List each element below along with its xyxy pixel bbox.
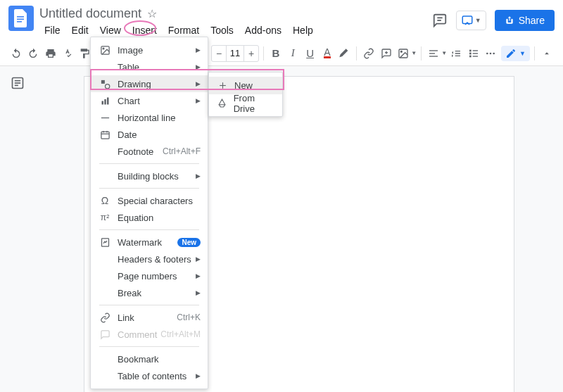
drawing-icon: [98, 79, 112, 89]
checklist-icon[interactable]: [465, 44, 481, 63]
menu-addons[interactable]: Add-ons: [240, 23, 286, 38]
chart-icon: [98, 96, 112, 106]
share-label: Share: [519, 15, 545, 26]
menu-help[interactable]: Help: [288, 23, 318, 38]
drawing-submenu: New From Drive: [208, 72, 283, 117]
print-icon[interactable]: [43, 44, 58, 63]
menu-view[interactable]: View: [95, 23, 126, 38]
insert-table-of-contents[interactable]: Table of contents ▶: [91, 367, 208, 384]
underline-icon[interactable]: U: [302, 44, 317, 63]
insert-equation[interactable]: π² Equation: [91, 209, 208, 226]
insert-footnote[interactable]: Footnote Ctrl+Alt+F: [91, 143, 208, 160]
highlight-color-icon[interactable]: [336, 44, 352, 63]
insert-link[interactable]: Link Ctrl+K: [91, 309, 208, 326]
insert-date[interactable]: Date: [91, 126, 208, 143]
font-size-value[interactable]: 11: [226, 46, 244, 61]
insert-comment-label: Comment: [118, 329, 160, 340]
star-icon[interactable]: ☆: [147, 7, 157, 20]
svg-rect-2: [17, 21, 22, 23]
submenu-arrow-icon: ▶: [196, 255, 201, 263]
insert-bookmark[interactable]: Bookmark: [91, 350, 208, 367]
insert-link-icon[interactable]: [361, 44, 377, 63]
insert-watermark[interactable]: Watermark New: [91, 234, 208, 251]
menu-separator: [99, 163, 199, 164]
app-header: Untitled document ☆ File Edit View Inser…: [0, 0, 563, 38]
insert-date-label: Date: [118, 129, 201, 140]
menu-tools[interactable]: Tools: [205, 23, 239, 38]
new-badge: New: [177, 238, 201, 247]
svg-rect-31: [104, 99, 106, 105]
drawing-new[interactable]: New: [209, 77, 282, 94]
insert-break[interactable]: Break ▶: [91, 284, 208, 301]
toolbar-separator: [356, 46, 357, 61]
toolbar-separator: [263, 46, 264, 61]
equation-icon: π²: [98, 213, 112, 222]
submenu-arrow-icon: ▶: [196, 80, 201, 87]
bold-icon[interactable]: B: [268, 44, 284, 63]
line-spacing-icon[interactable]: [448, 44, 464, 63]
drawing-from-drive[interactable]: From Drive: [209, 94, 282, 112]
insert-menu-dropdown: Image ▶ Table ▶ Drawing ▶ Chart ▶ Horizo…: [90, 37, 208, 389]
insert-special-characters[interactable]: Ω Special characters: [91, 192, 208, 209]
svg-rect-32: [107, 97, 109, 104]
insert-table[interactable]: Table ▶: [91, 58, 208, 75]
insert-headers-footers[interactable]: Headers & footers ▶: [91, 251, 208, 267]
document-outline-icon[interactable]: [11, 76, 25, 392]
svg-rect-13: [469, 49, 472, 51]
svg-point-29: [105, 84, 109, 88]
drawing-new-label: New: [234, 80, 253, 91]
svg-point-21: [493, 52, 495, 54]
insert-horizontal-line[interactable]: Horizontal line: [91, 109, 208, 126]
docs-logo[interactable]: [8, 6, 34, 31]
svg-rect-1: [17, 19, 24, 20]
date-icon: [98, 129, 112, 140]
svg-rect-12: [429, 56, 438, 56]
text-color-icon[interactable]: A: [320, 44, 335, 63]
insert-break-label: Break: [118, 288, 196, 298]
spellcheck-icon[interactable]: [60, 44, 75, 63]
insert-bookmark-label: Bookmark: [118, 354, 201, 365]
italic-icon[interactable]: I: [285, 44, 301, 63]
submenu-arrow-icon: ▶: [196, 46, 201, 53]
image-dropdown-arrow-icon[interactable]: ▼: [411, 50, 417, 56]
insert-drawing[interactable]: Drawing ▶: [91, 75, 208, 92]
submenu-arrow-icon: ▶: [196, 63, 201, 70]
align-icon[interactable]: [426, 44, 441, 63]
insert-comment: Comment Ctrl+Alt+M: [91, 326, 208, 343]
title-area: Untitled document ☆ File Edit View Inser…: [39, 6, 432, 38]
submenu-arrow-icon: ▶: [196, 372, 201, 379]
svg-rect-18: [472, 56, 477, 56]
drawing-from-drive-label: From Drive: [234, 93, 275, 114]
insert-special-characters-label: Special characters: [118, 196, 201, 206]
insert-building-blocks[interactable]: Building blocks ▶: [91, 167, 208, 184]
insert-chart[interactable]: Chart ▶: [91, 92, 208, 109]
menu-format[interactable]: Format: [163, 23, 204, 38]
footnote-shortcut: Ctrl+Alt+F: [163, 146, 201, 156]
submenu-arrow-icon: ▶: [196, 172, 201, 179]
insert-image-toolbar-icon[interactable]: [396, 44, 411, 63]
menu-edit[interactable]: Edit: [67, 23, 94, 38]
comment-icon: [98, 329, 112, 340]
redo-icon[interactable]: [25, 44, 41, 63]
align-dropdown-arrow-icon[interactable]: ▼: [441, 50, 447, 56]
comment-shortcut: Ctrl+Alt+M: [160, 329, 201, 339]
svg-point-20: [490, 52, 492, 54]
document-title[interactable]: Untitled document: [39, 6, 141, 21]
collapse-toolbar-icon[interactable]: [539, 44, 555, 63]
font-size-increase[interactable]: +: [244, 48, 258, 59]
font-size-control: − 11 +: [211, 45, 259, 62]
insert-page-numbers[interactable]: Page numbers ▶: [91, 267, 208, 284]
more-icon[interactable]: [483, 44, 498, 63]
undo-icon[interactable]: [8, 44, 24, 63]
insert-image[interactable]: Image ▶: [91, 42, 208, 58]
editing-mode-button[interactable]: ▼: [501, 46, 530, 61]
open-comments-icon[interactable]: [432, 13, 448, 28]
insert-chart-label: Chart: [118, 96, 196, 106]
font-size-decrease[interactable]: −: [212, 48, 226, 59]
share-button[interactable]: Share: [495, 10, 555, 31]
menu-file[interactable]: File: [39, 23, 65, 38]
present-button[interactable]: ▼: [456, 11, 486, 30]
add-comment-icon[interactable]: [379, 44, 394, 63]
insert-drawing-label: Drawing: [118, 79, 196, 89]
menu-insert[interactable]: Insert: [127, 23, 162, 38]
